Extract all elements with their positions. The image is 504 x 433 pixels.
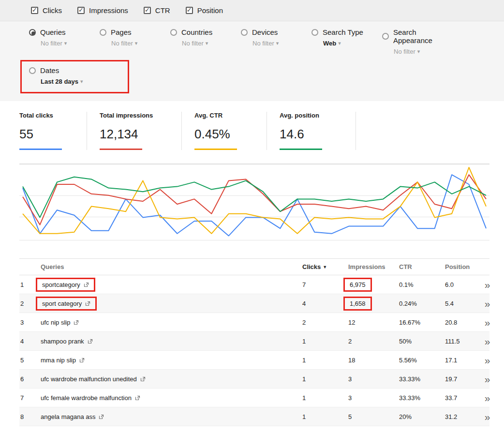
toggle-clicks[interactable]: ✓ Clicks [31, 6, 62, 15]
header-position[interactable]: Position [445, 263, 484, 270]
toggle-position[interactable]: ✓ Position [186, 6, 223, 15]
analytics-line-chart [19, 164, 489, 241]
external-link-icon[interactable] [99, 414, 104, 419]
caret-down-icon: ▾ [417, 48, 420, 55]
cell-impressions: 3 [348, 394, 399, 402]
caret-down-icon: ▾ [338, 40, 341, 46]
metric-avg-ctr[interactable]: Avg. CTR 0.45% [194, 112, 267, 150]
query-link[interactable]: mma nip slip [41, 357, 85, 364]
toggle-label: Clicks [43, 6, 62, 15]
cell-ctr: 16.67% [399, 319, 445, 326]
query-link[interactable]: ufc female wardrobe malfunction [41, 394, 140, 402]
radio-icon[interactable] [170, 29, 177, 36]
external-link-icon[interactable] [79, 358, 85, 363]
header-ctr[interactable]: CTR [399, 263, 445, 270]
filter-value-dropdown[interactable]: Web ▾ [323, 40, 382, 47]
external-link-icon[interactable] [84, 282, 89, 287]
filter-value-dropdown[interactable]: No filter ▾ [182, 40, 241, 47]
filter-value-dropdown[interactable]: No filter ▾ [111, 40, 170, 47]
queries-table: Queries Clicks ▼ Impressions CTR Positio… [19, 258, 489, 433]
cell-clicks: 2 [302, 319, 348, 326]
toggle-impressions[interactable]: ✓ Impressions [77, 6, 128, 15]
check-icon: ✓ [145, 7, 150, 13]
radio-icon[interactable] [100, 29, 106, 36]
metric-label: Total clicks [19, 112, 74, 119]
expand-row-chevron[interactable]: » [484, 393, 489, 403]
header-impressions[interactable]: Impressions [348, 263, 399, 270]
query-text: ufc nip slip [41, 319, 70, 326]
filter-value-dropdown[interactable]: No filter ▾ [252, 40, 311, 47]
external-link-icon[interactable] [74, 320, 79, 325]
query-link[interactable]: angela magana ass [41, 413, 104, 420]
filter-radio-pages[interactable]: Pages [100, 28, 170, 36]
expand-row-chevron[interactable]: » [484, 355, 489, 365]
cell-position: 19.7 [445, 375, 484, 383]
expand-row-chevron[interactable]: » [484, 336, 489, 346]
filter-radio-dates[interactable]: Dates [29, 66, 100, 75]
filter-label: Pages [111, 28, 132, 36]
filter-radio-search-appearance[interactable]: Search Appearance [382, 28, 453, 45]
filter-panel: Queries No filter ▾ Pages No filter ▾ Co… [0, 21, 504, 101]
radio-icon[interactable] [29, 29, 36, 36]
filter-value-dropdown[interactable]: No filter ▾ [394, 48, 453, 55]
row-number: 8 [19, 413, 41, 420]
external-link-icon[interactable] [88, 339, 93, 344]
cell-position: 111.5 [445, 338, 484, 345]
cell-clicks: 1 [302, 338, 348, 345]
query-link[interactable]: ufc wardrobe malfunction unedited [41, 375, 146, 383]
expand-row-chevron[interactable]: » [484, 374, 489, 384]
radio-icon[interactable] [241, 29, 248, 36]
query-link[interactable]: shampoo prank [41, 338, 93, 345]
expand-row-chevron[interactable]: » [484, 317, 489, 328]
external-link-icon[interactable] [135, 395, 140, 401]
checkbox-icon[interactable]: ✓ [31, 7, 38, 14]
cell-ctr: 5.56% [399, 357, 445, 364]
metric-color-bar [19, 149, 62, 150]
filter-label: Search Appearance [393, 28, 453, 45]
toggle-ctr[interactable]: ✓ CTR [144, 6, 170, 15]
expand-row-chevron[interactable]: » [484, 431, 489, 433]
header-clicks-sorted[interactable]: Clicks ▼ [302, 263, 348, 270]
metric-total-impressions[interactable]: Total impressions 12,134 [100, 112, 182, 150]
filter-devices: Devices No filter ▾ [241, 28, 311, 55]
cell-clicks: 1 [302, 357, 348, 364]
query-link[interactable]: sport category [42, 300, 90, 307]
filter-radio-search-type[interactable]: Search Type [311, 28, 382, 36]
metric-total-clicks[interactable]: Total clicks 55 [19, 112, 87, 150]
dates-annotation-highlight: Dates Last 28 days ▾ [20, 60, 129, 93]
external-link-icon[interactable] [85, 301, 90, 306]
cell-clicks: 7 [302, 281, 348, 288]
caret-down-icon: ▾ [206, 40, 208, 46]
filter-radio-countries[interactable]: Countries [170, 28, 241, 36]
filter-radio-queries[interactable]: Queries [29, 28, 100, 36]
checkbox-icon[interactable]: ✓ [144, 7, 151, 14]
radio-icon[interactable] [311, 29, 318, 36]
expand-row-chevron[interactable]: » [484, 299, 489, 309]
toggle-label: CTR [155, 6, 170, 15]
query-text: shampoo prank [41, 338, 84, 345]
sort-desc-icon: ▼ [323, 265, 327, 269]
radio-icon[interactable] [29, 67, 36, 74]
metric-summary-row: Total clicks 55 Total impressions 12,134… [19, 112, 504, 150]
external-link-icon[interactable] [140, 376, 146, 382]
expand-row-chevron[interactable]: » [484, 280, 489, 290]
chart-series-ctr [23, 167, 486, 234]
query-link[interactable]: ufc nip slip [41, 319, 79, 326]
query-link[interactable]: sportcategory [42, 281, 89, 288]
dates-value-dropdown[interactable]: Last 28 days ▾ [41, 78, 100, 85]
header-clicks-label: Clicks [302, 263, 321, 270]
expand-row-chevron[interactable]: » [484, 412, 489, 422]
chart-canvas [19, 164, 489, 241]
dates-value: Last 28 days [41, 78, 78, 85]
filter-value: No filter [182, 40, 204, 47]
checkbox-icon[interactable]: ✓ [186, 7, 193, 14]
filter-value-dropdown[interactable]: No filter ▾ [41, 40, 100, 47]
filter-radio-devices[interactable]: Devices [241, 28, 311, 36]
header-queries[interactable]: Queries [41, 263, 302, 270]
radio-icon[interactable] [382, 33, 389, 40]
table-row: 6 ufc wardrobe malfunction unedited 1 3 … [19, 370, 489, 388]
filter-label: Dates [40, 66, 59, 75]
metric-avg-position[interactable]: Avg. position 14.6 [280, 112, 356, 150]
cell-position: 6.0 [445, 281, 484, 288]
checkbox-icon[interactable]: ✓ [77, 7, 85, 14]
